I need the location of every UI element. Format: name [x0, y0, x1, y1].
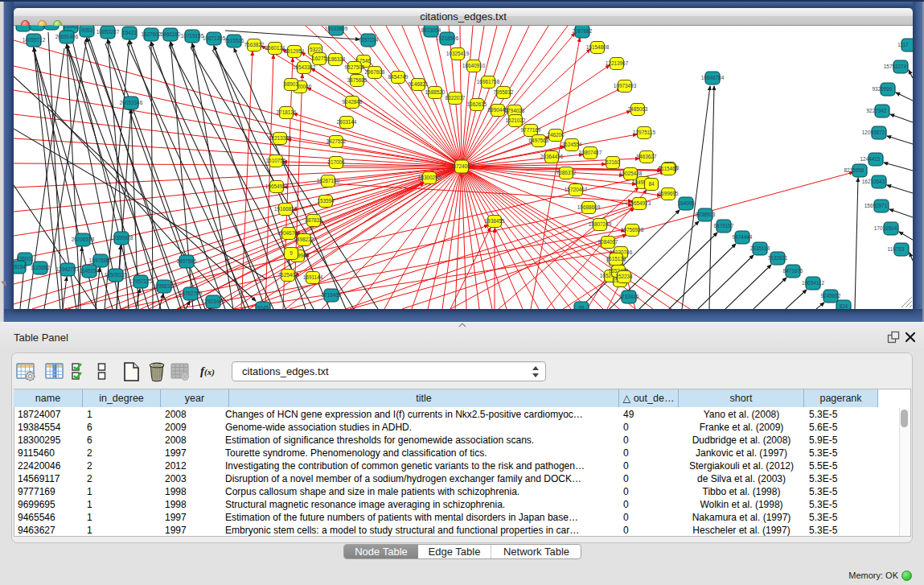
svg-text:10719155: 10719155 — [181, 33, 204, 39]
svg-text:1244415: 1244415 — [860, 156, 881, 162]
svg-text:153594: 153594 — [317, 198, 335, 204]
svg-text:8660124: 8660124 — [265, 45, 285, 51]
svg-text:18724007: 18724007 — [450, 163, 474, 169]
svg-text:12213389: 12213389 — [269, 135, 292, 141]
svg-text:9777169: 9777169 — [521, 127, 541, 133]
svg-text:9527505: 9527505 — [345, 64, 365, 70]
svg-text:6497568: 6497568 — [529, 138, 549, 143]
svg-text:19654923: 19654923 — [628, 200, 651, 206]
svg-text:10654112: 10654112 — [802, 280, 824, 286]
svg-text:98901: 98901 — [284, 81, 298, 87]
svg-text:17359928: 17359928 — [110, 235, 133, 241]
svg-text:9498222: 9498222 — [294, 237, 314, 242]
svg-text:12213967: 12213967 — [606, 60, 629, 66]
svg-text:7632621: 7632621 — [768, 255, 788, 261]
svg-text:887833: 887833 — [305, 217, 322, 223]
svg-text:8471676: 8471676 — [783, 268, 803, 274]
svg-text:6466160: 6466160 — [161, 31, 181, 37]
svg-text:15423: 15423 — [122, 30, 137, 35]
svg-text:16943: 16943 — [64, 26, 78, 29]
svg-text:9115460: 9115460 — [659, 166, 679, 171]
svg-text:8813054: 8813054 — [421, 27, 441, 33]
svg-text:8938923: 8938923 — [696, 212, 716, 217]
svg-text:3875685: 3875685 — [347, 77, 368, 83]
svg-text:12923446: 12923446 — [202, 299, 225, 304]
svg-text:9463627: 9463627 — [637, 154, 657, 159]
svg-text:2935114: 2935114 — [750, 245, 770, 251]
svg-text:15692971: 15692971 — [864, 203, 888, 208]
svg-text:5716465: 5716465 — [322, 292, 342, 298]
svg-text:7386372: 7386372 — [556, 170, 577, 175]
svg-text:6794028: 6794028 — [505, 108, 525, 113]
svg-text:16762759: 16762759 — [179, 290, 203, 296]
svg-text:10807487: 10807487 — [579, 150, 602, 155]
svg-text:18807249: 18807249 — [589, 221, 612, 227]
svg-text:9699695: 9699695 — [659, 191, 679, 196]
svg-text:5322: 5322 — [310, 47, 322, 52]
svg-text:7625402: 7625402 — [278, 272, 298, 278]
svg-text:19218506: 19218506 — [436, 35, 459, 41]
svg-text:15720407: 15720407 — [565, 187, 588, 192]
svg-text:252234: 252234 — [615, 274, 633, 279]
svg-text:16210643: 16210643 — [862, 179, 885, 184]
svg-text:1610755: 1610755 — [266, 158, 286, 163]
svg-text:1117: 1117 — [897, 42, 909, 47]
svg-text:1615132: 1615132 — [606, 256, 626, 262]
svg-text:16033809: 16033809 — [325, 26, 348, 31]
svg-text:8322037: 8322037 — [446, 95, 466, 101]
svg-text:15751074: 15751074 — [884, 64, 907, 69]
svg-text:1691144: 1691144 — [303, 274, 323, 280]
svg-text:20206578: 20206578 — [72, 237, 95, 242]
svg-text:317006: 317006 — [327, 159, 345, 165]
svg-text:9242848: 9242848 — [343, 99, 363, 105]
svg-text:84: 84 — [648, 181, 655, 187]
svg-text:18267150: 18267150 — [317, 178, 340, 183]
svg-text:19654983: 19654983 — [265, 183, 289, 189]
svg-text:1621022: 1621022 — [506, 117, 526, 123]
svg-text:10025438: 10025438 — [619, 171, 643, 176]
svg-text:824: 824 — [840, 303, 848, 309]
svg-text:16543382: 16543382 — [293, 64, 316, 70]
svg-text:10853287: 10853287 — [97, 29, 120, 35]
svg-text:7485063: 7485063 — [628, 106, 648, 112]
svg-text:1527602: 1527602 — [142, 31, 162, 37]
svg-text:16648784: 16648784 — [701, 75, 725, 80]
svg-text:164095: 164095 — [677, 200, 695, 206]
svg-text:39154: 39154 — [14, 264, 26, 270]
svg-text:10973493: 10973493 — [614, 83, 637, 89]
svg-text:3624554: 3624554 — [562, 142, 582, 147]
svg-text:9146821: 9146821 — [409, 81, 429, 87]
svg-text:2087682: 2087682 — [573, 28, 593, 34]
svg-text:10958107: 10958107 — [153, 283, 176, 289]
svg-text:20691406: 20691406 — [55, 34, 79, 39]
svg-text:12505135: 12505135 — [105, 272, 128, 278]
svg-text:16961758: 16961758 — [477, 79, 500, 84]
svg-text:9084067: 9084067 — [598, 239, 618, 245]
svg-text:9227342: 9227342 — [867, 108, 887, 113]
svg-text:10325419: 10325419 — [446, 51, 470, 56]
svg-text:14055712: 14055712 — [23, 37, 46, 43]
svg-text:1145194: 1145194 — [80, 268, 100, 274]
svg-text:2803144: 2803144 — [337, 119, 357, 125]
svg-text:20364436: 20364436 — [540, 154, 564, 159]
svg-text:1362615: 1362615 — [467, 101, 487, 107]
svg-text:12093872: 12093872 — [862, 130, 885, 135]
svg-text:10688609: 10688609 — [577, 204, 601, 210]
svg-text:9245652: 9245652 — [821, 293, 841, 299]
svg-text:746206: 746206 — [547, 132, 565, 138]
svg-text:17016504: 17016504 — [874, 225, 897, 231]
svg-text:18300295: 18300295 — [418, 175, 441, 180]
svg-text:9474444: 9474444 — [733, 234, 753, 240]
svg-text:3497586: 3497586 — [177, 258, 197, 264]
svg-text:7515526: 7515526 — [224, 38, 244, 43]
svg-text:17957225: 17957225 — [129, 278, 153, 284]
svg-text:20053346: 20053346 — [120, 100, 143, 105]
svg-text:95: 95 — [578, 305, 585, 309]
svg-text:7663822: 7663822 — [244, 42, 265, 47]
svg-text:2718126: 2718126 — [277, 109, 297, 115]
svg-text:10756928: 10756928 — [621, 227, 644, 233]
svg-text:2967608: 2967608 — [365, 69, 385, 75]
svg-text:116753: 116753 — [888, 246, 905, 252]
svg-text:7357224: 7357224 — [359, 37, 379, 43]
svg-text:9329966: 9329966 — [873, 86, 893, 92]
